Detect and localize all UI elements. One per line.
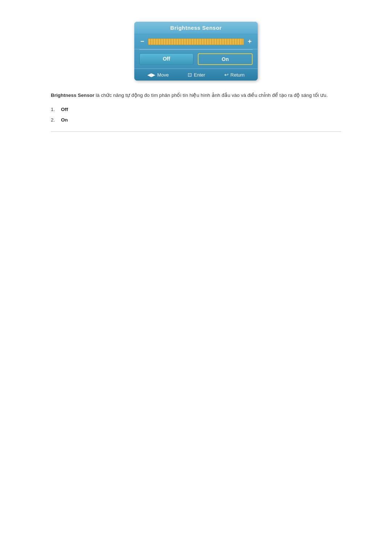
nav-return: ↩ Return	[224, 72, 245, 78]
page-content: Brightness Sensor − + Off On ◀▶ Move	[0, 0, 392, 146]
minus-button[interactable]: −	[139, 38, 145, 45]
nav-move: ◀▶ Move	[147, 72, 169, 78]
list-number-1: 1.	[51, 107, 58, 112]
options-row: Off On	[134, 50, 258, 69]
menu-title: Brightness Sensor	[134, 22, 258, 34]
tv-menu-wrapper: Brightness Sensor − + Off On ◀▶ Move	[51, 22, 341, 81]
slider-row: − +	[134, 34, 258, 49]
nav-enter: ⊡ Enter	[188, 72, 205, 78]
slider-track[interactable]	[148, 38, 244, 45]
nav-move-label: Move	[157, 72, 169, 78]
list-number-2: 2.	[51, 117, 58, 123]
description-text: là chức năng tự động đo tìm phân phối tí…	[94, 93, 328, 98]
plus-button[interactable]: +	[247, 38, 253, 45]
option-off-button[interactable]: Off	[139, 53, 193, 65]
feature-list: 1. Off 2. On	[51, 107, 341, 123]
return-icon: ↩	[224, 72, 229, 78]
option-on-button[interactable]: On	[198, 53, 253, 65]
list-item: 1. Off	[51, 107, 341, 112]
list-item: 2. On	[51, 117, 341, 123]
nav-return-label: Return	[230, 72, 245, 78]
tv-menu: Brightness Sensor − + Off On ◀▶ Move	[134, 22, 258, 81]
bottom-divider	[51, 131, 341, 132]
description-term: Brightness Sensor	[51, 93, 94, 98]
list-label-1: Off	[61, 107, 68, 112]
nav-bar: ◀▶ Move ⊡ Enter ↩ Return	[134, 69, 258, 81]
move-icon: ◀▶	[147, 72, 155, 78]
description-section: Brightness Sensor là chức năng tự động đ…	[51, 91, 341, 99]
menu-title-text: Brightness Sensor	[170, 25, 222, 31]
list-label-2: On	[61, 117, 68, 123]
nav-enter-label: Enter	[194, 72, 205, 78]
enter-icon: ⊡	[188, 72, 192, 78]
